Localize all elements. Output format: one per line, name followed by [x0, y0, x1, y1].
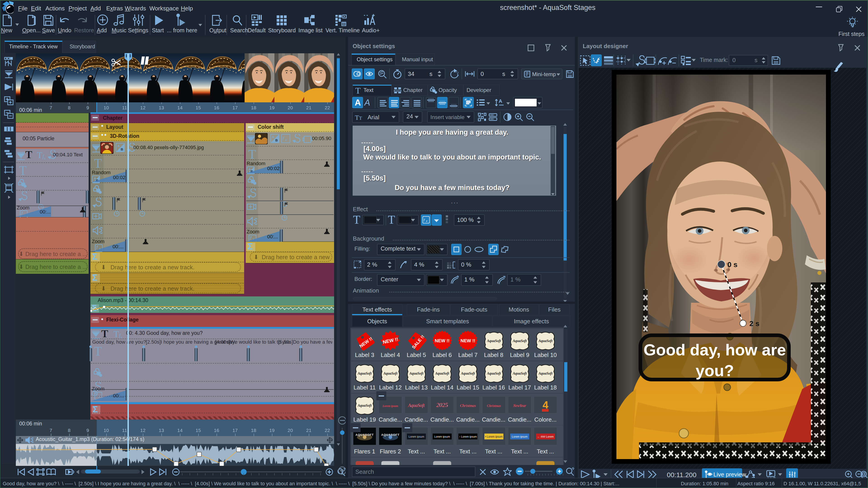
svg-text:B: B — [275, 138, 278, 142]
svg-text:AquaSoft: AquaSoft — [409, 371, 423, 376]
svg-text:0 s: 0 s — [727, 260, 737, 269]
svg-text:AquaSoft: AquaSoft — [383, 371, 398, 376]
svg-text:f: f — [424, 218, 425, 222]
svg-text:A: A — [117, 144, 120, 148]
svg-text:Lorem ipsum: Lorem ipsum — [434, 435, 450, 438]
svg-text:Christmas: Christmas — [460, 403, 476, 408]
svg-text:AquaSoft: AquaSoft — [487, 339, 501, 343]
svg-text:AquaSoft: AquaSoft — [538, 371, 553, 376]
svg-text:Lorem ipsum: Lorem ipsum — [512, 435, 527, 438]
svg-text:AquaSoft: AquaSoft — [538, 339, 553, 343]
svg-text:x: x — [426, 219, 428, 223]
svg-text:AquaSoft: AquaSoft — [513, 371, 527, 376]
svg-text:AquaSoft: AquaSoft — [408, 403, 425, 408]
svg-text:AquaSoft: AquaSoft — [358, 403, 372, 408]
svg-text:B: B — [121, 147, 123, 151]
svg-text:Lorem ipsum: Lorem ipsum — [382, 404, 398, 408]
svg-text:AquaSoft: AquaSoft — [435, 371, 450, 376]
svg-text:• Lorem ipsum: • Lorem ipsum — [485, 435, 502, 438]
svg-text:AquaSoft: AquaSoft — [461, 371, 475, 376]
svg-text:2025: 2025 — [436, 402, 448, 408]
svg-text:NEW !!: NEW !! — [435, 338, 450, 343]
svg-text:x: x — [285, 138, 287, 142]
svg-text:AquaSoft: AquaSoft — [513, 339, 527, 343]
svg-text:A: A — [272, 135, 274, 139]
svg-text:AQUASOFT: AQUASOFT — [355, 433, 374, 436]
svg-text:2 s: 2 s — [749, 320, 759, 328]
svg-text:A: A — [499, 98, 502, 104]
svg-text:← ### Lorem: ← ### Lorem — [537, 435, 554, 438]
svg-text:Christmas: Christmas — [487, 404, 501, 408]
svg-text:AquaSoft: AquaSoft — [487, 371, 501, 376]
svg-text:Lorem ipsum: Lorem ipsum — [408, 435, 424, 438]
svg-text:AquaSoft: AquaSoft — [358, 371, 372, 376]
svg-text:NEW !!: NEW !! — [460, 338, 475, 343]
svg-text:NewYear: NewYear — [513, 404, 526, 408]
svg-text:↑ Lorem ipsum: ↑ Lorem ipsum — [459, 435, 477, 438]
svg-text:f: f — [283, 136, 285, 141]
svg-text:AQUASOFT: AQUASOFT — [381, 433, 400, 436]
